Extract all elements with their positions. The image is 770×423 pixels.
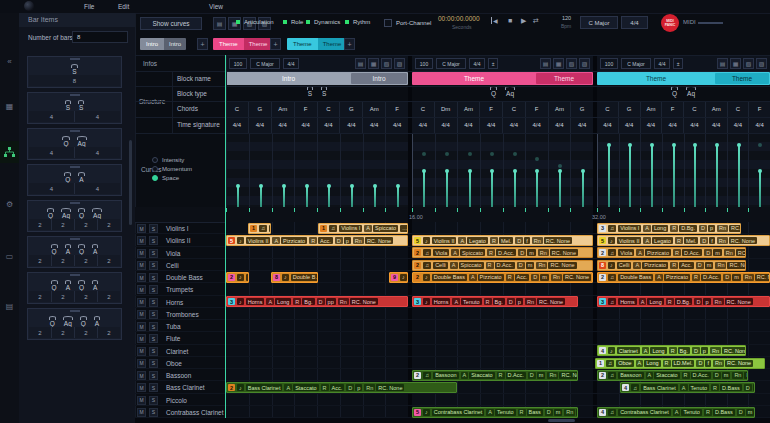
piano-icon[interactable]: ▤	[213, 17, 226, 30]
block-tool-icon[interactable]: ▧	[381, 58, 392, 69]
curve-stem[interactable]	[469, 171, 471, 207]
clip-chip[interactable]: ALegato	[458, 237, 488, 244]
clip-chip[interactable]: Bass Clarinet	[246, 384, 283, 391]
curve-option-space[interactable]: Space	[152, 175, 179, 181]
clip-chip[interactable]: Violins II	[246, 237, 271, 244]
curve-point[interactable]	[715, 143, 719, 147]
block-tool-icon[interactable]: ▤	[355, 58, 366, 69]
card-drag-handle[interactable]	[70, 58, 80, 60]
curve-stem[interactable]	[514, 171, 516, 207]
solo-button[interactable]: S	[149, 236, 158, 245]
solo-button[interactable]: S	[149, 273, 158, 282]
block-tempo-box[interactable]: 100	[229, 58, 247, 69]
chord-cell[interactable]: Am	[548, 101, 571, 117]
clip-chip[interactable]: Horns	[246, 298, 265, 305]
port-channel-toggle[interactable]: Port-Channel	[384, 19, 431, 27]
block-tool-icon[interactable]: ▤	[717, 58, 728, 69]
clip-chip[interactable]: Double Bass	[432, 274, 467, 281]
clip-pattern-tag[interactable]: 5	[599, 237, 606, 244]
card-drag-handle[interactable]	[70, 238, 80, 240]
clip-chip[interactable]: RnRC. None	[532, 237, 572, 244]
clip-violins-ii[interactable]: 5♪Violins IIALegatoRMel.DfRnRC. None	[597, 235, 770, 246]
clip-pattern-tag[interactable]: 4	[599, 409, 606, 416]
bpm-value[interactable]: 120	[562, 15, 571, 21]
block-name-segment[interactable]: Intro	[351, 73, 407, 84]
chord-cell[interactable]: F	[748, 101, 770, 117]
clip-chip[interactable]: RnRC. None	[715, 262, 746, 269]
bar-duration-cell[interactable]: 8	[29, 75, 120, 86]
curve-stem[interactable]	[306, 186, 308, 207]
clip-chip[interactable]: RD.Bg.	[670, 225, 697, 232]
curve-stem[interactable]	[582, 171, 584, 207]
bar-duration-cell[interactable]: 2	[97, 291, 120, 302]
card-drag-handle[interactable]	[70, 94, 80, 96]
chord-cell[interactable]: C	[317, 101, 340, 117]
clip-chip[interactable]: Violins I	[339, 225, 362, 232]
track-name[interactable]: Piccolo	[166, 397, 187, 404]
clip-chip[interactable]: Violins I	[618, 225, 641, 232]
block-name-bar[interactable]: IntroIntro	[226, 72, 408, 85]
timesig-cell[interactable]: 4/4	[748, 117, 770, 133]
clip-chip[interactable]: RAcc.	[670, 262, 694, 269]
timesig-cell[interactable]: 4/4	[362, 117, 385, 133]
clip-pattern-tag[interactable]: 4	[599, 347, 606, 354]
clip-chip[interactable]: RnRC. None	[364, 384, 404, 391]
bar-item-card[interactable]: QAQA2222	[27, 236, 122, 268]
key-button[interactable]: C Major	[580, 16, 618, 29]
clip-pattern-tag[interactable]: 3	[599, 225, 606, 232]
curve-point[interactable]	[607, 143, 611, 147]
solo-button[interactable]: S	[149, 310, 158, 319]
chord-cell[interactable]: C	[597, 101, 618, 117]
solo-button[interactable]: S	[149, 261, 158, 270]
timesig-cell[interactable]: 4/4	[385, 117, 408, 133]
clip-chip[interactable]: Horns	[432, 298, 451, 305]
clip-chip[interactable]: ATenuto	[673, 409, 702, 416]
mode-toggle-rythm[interactable]: Rythm	[345, 19, 370, 25]
curve-stem[interactable]	[629, 145, 631, 207]
clip-chip[interactable]: ALong	[643, 225, 668, 232]
solo-button[interactable]: S	[149, 249, 158, 258]
clip-chip[interactable]: Double B…	[291, 274, 318, 281]
timesig-cell[interactable]: 4/4	[705, 117, 727, 133]
block-tool-icon[interactable]: ▦	[730, 58, 741, 69]
track-name[interactable]: Double Bass	[166, 274, 203, 281]
solo-button[interactable]: S	[149, 371, 158, 380]
clip-chip[interactable]: Dp	[507, 298, 523, 305]
mute-button[interactable]: M	[137, 334, 146, 343]
stop-button[interactable]: ■	[508, 17, 512, 24]
mode-toggle-role[interactable]: Role	[283, 19, 303, 25]
clip-chip[interactable]: …	[269, 225, 271, 232]
clip-pattern-tag[interactable]: 3	[414, 298, 421, 305]
clip-chip[interactable]: RAcc.	[309, 237, 333, 244]
clip-pattern-tag[interactable]: 2	[414, 372, 421, 379]
clip-chip[interactable]: RBg.	[484, 298, 505, 305]
track-name[interactable]: Viola	[166, 250, 180, 257]
mute-button[interactable]: M	[137, 347, 146, 356]
curve-point[interactable]	[490, 169, 494, 173]
block-tool-icon[interactable]: ▦	[368, 58, 379, 69]
block-name-bar[interactable]: ThemeTheme	[597, 72, 770, 85]
timesig-cell[interactable]: 4/4	[570, 117, 593, 133]
card-drag-handle[interactable]	[70, 166, 80, 168]
timesig-cell[interactable]: 4/4	[248, 117, 271, 133]
curve-stem[interactable]	[374, 186, 376, 207]
clip-chip[interactable]: Dm	[545, 409, 563, 416]
bar-duration-cell[interactable]: 2	[74, 255, 97, 266]
timesig-cell[interactable]: 4/4	[548, 117, 571, 133]
bar-duration-cell[interactable]: 2	[97, 219, 120, 230]
clip-double-bass[interactable]: 2♪…	[226, 272, 249, 283]
bar-duration-cell[interactable]: 2	[29, 327, 51, 338]
clip-chip[interactable]: RAcc.	[506, 274, 530, 281]
clip-pattern-tag[interactable]: 2	[228, 274, 235, 281]
clip-chip[interactable]: Dm	[528, 372, 546, 379]
clip-bass-clarinet[interactable]: 2♪Bass ClarinetAStaccatoRAcc.DpRnRC. Non…	[226, 382, 457, 393]
clip-violins-ii[interactable]: 5♪Violins IIAPizzicatoRAcc.DpRnRC. None	[226, 235, 408, 246]
curve-stem[interactable]	[397, 186, 399, 207]
clip-chip[interactable]: Df	[696, 360, 711, 367]
clip-pattern-tag[interactable]: 3	[599, 298, 606, 305]
clip-chip[interactable]: APizzicato	[636, 249, 671, 256]
chord-cell[interactable]: G	[570, 101, 593, 117]
block-type-cell[interactable]: SS	[226, 86, 408, 101]
block-tool-icon[interactable]: ▨	[756, 58, 767, 69]
clip-chip[interactable]: RnRC. None	[743, 274, 770, 281]
